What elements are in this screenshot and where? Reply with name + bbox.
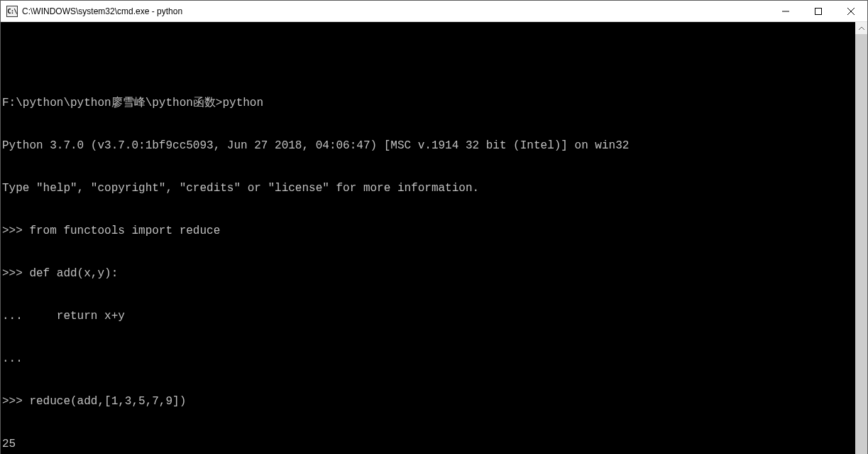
minimize-icon	[782, 8, 789, 15]
terminal[interactable]: F:\python\python廖雪峰\python函数>python Pyth…	[1, 22, 855, 454]
terminal-line: Python 3.7.0 (v3.7.0:1bf9cc5093, Jun 27 …	[2, 139, 855, 153]
titlebar[interactable]: C:\ C:\WINDOWS\system32\cmd.exe - python	[1, 1, 867, 22]
maximize-button[interactable]	[802, 1, 835, 21]
scroll-track[interactable]	[855, 34, 867, 454]
terminal-line: >>> def add(x,y):	[2, 266, 855, 281]
minimize-button[interactable]	[769, 1, 802, 21]
close-button[interactable]	[835, 1, 867, 21]
maximize-icon	[815, 8, 822, 15]
scroll-thumb[interactable]	[855, 34, 867, 454]
cmd-window: C:\ C:\WINDOWS\system32\cmd.exe - python…	[0, 0, 868, 454]
cmd-icon: C:\	[6, 6, 18, 17]
vertical-scrollbar[interactable]	[855, 22, 867, 454]
window-title: C:\WINDOWS\system32\cmd.exe - python	[22, 6, 769, 16]
close-icon	[847, 8, 855, 15]
terminal-line: >>> reduce(add,[1,3,5,7,9])	[2, 394, 855, 409]
scroll-up-button[interactable]	[855, 22, 867, 34]
chevron-up-icon	[859, 26, 864, 31]
terminal-line: 25	[2, 437, 855, 451]
svg-rect-1	[815, 8, 822, 14]
client-area: F:\python\python廖雪峰\python函数>python Pyth…	[1, 22, 867, 454]
terminal-line: ... return x+y	[2, 309, 855, 323]
window-controls	[769, 1, 867, 21]
terminal-line: ...	[2, 352, 855, 366]
terminal-line: Type "help", "copyright", "credits" or "…	[2, 181, 855, 195]
terminal-line: >>> from functools import reduce	[2, 224, 855, 238]
terminal-line: F:\python\python廖雪峰\python函数>python	[2, 96, 855, 110]
terminal-line	[2, 53, 855, 67]
